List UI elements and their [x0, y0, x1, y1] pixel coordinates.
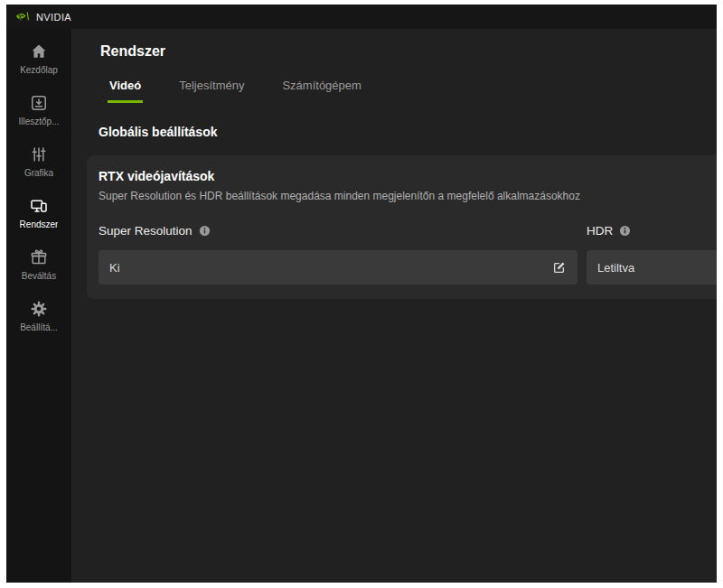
dropdown-value: Ki	[109, 261, 120, 275]
sidebar-item-label: Illesztőp...	[18, 117, 59, 126]
sidebar-item-system[interactable]: Rendszer	[6, 192, 71, 234]
tab-label: Teljesítmény	[179, 79, 244, 92]
sidebar-item-redeem[interactable]: Beváltás	[6, 244, 71, 285]
sidebar-item-drivers[interactable]: Illesztőp...	[6, 89, 71, 131]
sidebar-item-label: Beállítá...	[20, 322, 58, 332]
tab-performance[interactable]: Teljesítmény	[177, 79, 246, 103]
sidebar-item-home[interactable]: Kezdőlap	[6, 38, 71, 79]
edit-icon[interactable]	[551, 260, 567, 275]
window-body: Kezdőlap Illesztőp...	[6, 29, 717, 583]
super-resolution-dropdown[interactable]: Ki	[99, 250, 577, 285]
tab-video[interactable]: Videó	[108, 79, 143, 103]
gift-icon	[30, 248, 48, 266]
card-title: RTX videójavítások	[99, 169, 717, 183]
sidebar-item-label: Rendszer	[20, 219, 59, 229]
super-resolution-label: Super Resolution	[99, 224, 192, 238]
page-title: Rendszer	[100, 43, 717, 60]
info-icon[interactable]	[619, 225, 631, 237]
nvidia-logo-icon	[15, 12, 30, 22]
tab-label: Számítógépem	[282, 79, 361, 92]
global-settings-heading: Globális beállítások	[99, 125, 717, 139]
home-icon	[30, 42, 48, 61]
super-resolution-control: Super Resolution Ki	[99, 224, 577, 285]
rtx-video-enhancements-card: RTX videójavítások Super Resolution és H…	[87, 155, 717, 299]
dropdown-value: Letiltva	[597, 261, 634, 275]
card-controls-row: Super Resolution Ki	[99, 224, 717, 285]
hdr-label: HDR	[587, 224, 613, 238]
app-title: NVIDIA	[36, 12, 71, 23]
graphics-sliders-icon	[30, 145, 48, 163]
gear-icon	[30, 300, 48, 318]
system-monitor-icon	[30, 197, 48, 215]
drivers-download-icon	[30, 94, 48, 112]
info-icon[interactable]	[199, 225, 211, 237]
sidebar-item-label: Kezdőlap	[20, 65, 58, 75]
nvidia-app-window: NVIDIA Kezdőlap Illesztőp...	[6, 5, 717, 583]
titlebar: NVIDIA	[6, 5, 717, 29]
sidebar-item-settings[interactable]: Beállítá...	[6, 295, 71, 337]
hdr-control: HDR Letiltva	[587, 224, 717, 285]
hdr-dropdown[interactable]: Letiltva	[587, 250, 717, 285]
main-content: Rendszer Videó Teljesítmény Számítógépem…	[71, 29, 717, 583]
tab-label: Videó	[109, 79, 141, 92]
tab-bar: Videó Teljesítmény Számítógépem	[108, 79, 717, 103]
sidebar-item-graphics[interactable]: Grafika	[6, 141, 71, 182]
sidebar-item-label: Grafika	[24, 168, 53, 178]
card-description: Super Resolution és HDR beállítások mega…	[99, 190, 717, 202]
sidebar-item-label: Beváltás	[22, 271, 56, 281]
tab-my-computer[interactable]: Számítógépem	[280, 79, 362, 103]
sidebar: Kezdőlap Illesztőp...	[6, 29, 71, 583]
